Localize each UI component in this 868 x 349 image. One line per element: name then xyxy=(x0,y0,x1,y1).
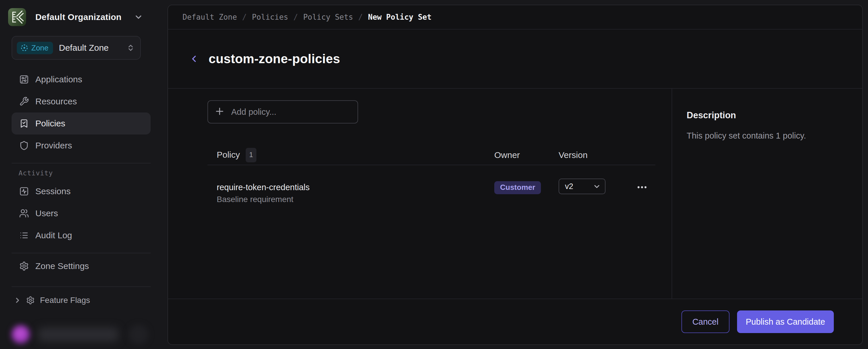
chevron-right-icon xyxy=(14,297,21,304)
sidebar-item-users[interactable]: Users xyxy=(11,202,151,224)
breadcrumb-item[interactable]: Default Zone xyxy=(183,13,237,22)
zone-name: Default Zone xyxy=(59,43,121,53)
description-heading: Description xyxy=(687,110,847,121)
divider xyxy=(11,163,151,164)
main-content: Default Zone / Policies / Policy Sets / … xyxy=(166,0,868,349)
policy-set-card: Default Zone / Policies / Policy Sets / … xyxy=(167,5,863,345)
sidebar-item-applications[interactable]: Applications xyxy=(11,68,151,90)
sidebar-item-sessions[interactable]: Sessions xyxy=(11,180,151,202)
table-header: Policy1 Owner Version xyxy=(208,148,655,162)
gear-icon xyxy=(19,261,29,271)
user-menu-ghost-button xyxy=(129,325,148,344)
policy-name: require-token-credentials xyxy=(217,181,494,193)
zone-scope-icon xyxy=(20,44,28,52)
user-name-redacted xyxy=(38,327,118,342)
sidebar-item-label: Users xyxy=(35,208,58,218)
primary-nav: Applications Resources Policies Provider… xyxy=(0,68,166,156)
breadcrumb-separator: / xyxy=(293,13,298,22)
activity-square-icon xyxy=(19,186,29,196)
zone-badge-label: Zone xyxy=(31,43,49,53)
zone-type-badge: Zone xyxy=(17,42,53,54)
sidebar-item-label: Resources xyxy=(35,96,77,106)
owner-badge: Customer xyxy=(494,181,541,194)
description-panel: Description This policy set contains 1 p… xyxy=(672,89,862,298)
breadcrumb-item[interactable]: Policies xyxy=(252,13,288,22)
bookmark-check-icon xyxy=(19,119,29,128)
chevron-left-icon xyxy=(190,55,198,63)
sidebar-item-providers[interactable]: Providers xyxy=(11,135,151,156)
activity-section-label: Activity xyxy=(19,169,166,177)
add-policy-input[interactable] xyxy=(208,100,358,123)
circuit-board-icon xyxy=(19,75,29,84)
settings-nav: Zone Settings xyxy=(0,255,166,277)
chevron-down-icon xyxy=(134,13,143,22)
org-switcher[interactable]: Default Organization xyxy=(0,0,166,26)
zone-selector[interactable]: Zone Default Zone xyxy=(11,36,141,60)
sidebar-item-resources[interactable]: Resources xyxy=(11,90,151,113)
column-policy: Policy1 xyxy=(217,148,494,162)
card-footer: Cancel Publish as Candidate xyxy=(168,298,862,344)
chevron-down-icon xyxy=(593,183,600,190)
divider xyxy=(11,253,151,253)
sidebar-item-zone-settings[interactable]: Zone Settings xyxy=(11,255,151,277)
sidebar-item-label: Feature Flags xyxy=(40,296,90,305)
add-policy-field xyxy=(208,100,358,123)
org-logo-icon xyxy=(8,8,26,26)
policy-description: Baseline requirement xyxy=(217,194,494,205)
page-header: custom-zone-policies xyxy=(168,30,862,89)
ellipsis-icon xyxy=(637,185,647,189)
sidebar-item-label: Applications xyxy=(35,75,82,84)
breadcrumb-separator: / xyxy=(359,13,363,22)
breadcrumb-current: New Policy Set xyxy=(368,13,431,22)
sidebar: Default Organization Zone Default Zone A… xyxy=(0,0,166,349)
list-icon xyxy=(19,230,29,240)
policy-version-cell: v2 xyxy=(559,181,634,194)
back-button[interactable] xyxy=(187,52,201,66)
policy-name-cell: require-token-credentials Baseline requi… xyxy=(217,181,494,205)
breadcrumb-separator: / xyxy=(242,13,247,22)
user-menu[interactable] xyxy=(11,325,148,344)
users-icon xyxy=(19,208,29,218)
sidebar-item-label: Policies xyxy=(35,119,65,128)
sidebar-item-audit-log[interactable]: Audit Log xyxy=(11,224,151,246)
card-body: Policy1 Owner Version require-token-cred… xyxy=(168,89,862,298)
org-name: Default Organization xyxy=(35,12,121,22)
activity-nav: Sessions Users Audit Log xyxy=(0,180,166,246)
sidebar-item-feature-flags[interactable]: Feature Flags xyxy=(0,289,166,311)
breadcrumb-item[interactable]: Policy Sets xyxy=(303,13,353,22)
breadcrumb: Default Zone / Policies / Policy Sets / … xyxy=(168,5,862,30)
policy-row[interactable]: require-token-credentials Baseline requi… xyxy=(208,165,655,205)
shield-icon xyxy=(19,141,29,150)
wrench-icon xyxy=(19,96,29,106)
policy-actions-cell xyxy=(634,181,655,191)
page-title: custom-zone-policies xyxy=(209,52,340,66)
sidebar-item-label: Audit Log xyxy=(35,230,72,240)
version-value: v2 xyxy=(565,182,574,191)
description-text: This policy set contains 1 policy. xyxy=(687,130,847,142)
version-select[interactable]: v2 xyxy=(559,179,606,194)
avatar xyxy=(11,325,30,344)
sidebar-item-label: Zone Settings xyxy=(35,261,89,271)
gear-icon xyxy=(26,296,35,304)
policy-table-area: Policy1 Owner Version require-token-cred… xyxy=(168,89,672,298)
sidebar-item-label: Providers xyxy=(35,141,72,150)
divider xyxy=(11,286,151,287)
app-root: Default Organization Zone Default Zone A… xyxy=(0,0,868,349)
sidebar-item-policies[interactable]: Policies xyxy=(11,113,151,135)
policy-count-badge: 1 xyxy=(246,148,256,162)
chevrons-up-down-icon xyxy=(127,44,134,52)
column-version: Version xyxy=(559,149,634,162)
policy-owner-cell: Customer xyxy=(494,181,559,194)
row-actions-button[interactable] xyxy=(634,183,650,191)
column-owner: Owner xyxy=(494,149,559,162)
sidebar-item-label: Sessions xyxy=(35,186,71,196)
cancel-button[interactable]: Cancel xyxy=(681,311,730,333)
publish-button[interactable]: Publish as Candidate xyxy=(737,311,834,333)
